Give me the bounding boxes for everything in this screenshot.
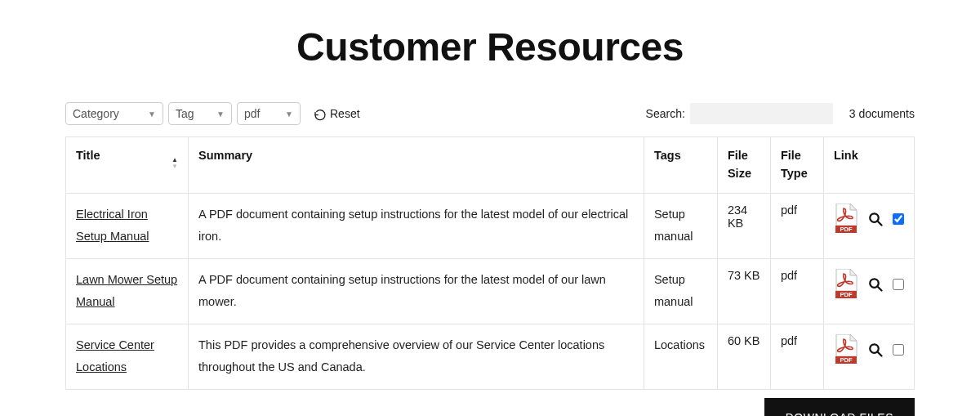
- preview-icon[interactable]: [868, 277, 883, 294]
- tag-select[interactable]: Tag ▼: [168, 102, 232, 125]
- search-label: Search:: [646, 107, 685, 120]
- document-title-link[interactable]: Electrical Iron Setup Manual: [76, 208, 149, 244]
- document-summary: A PDF document containing setup instruct…: [189, 193, 644, 258]
- search-input[interactable]: [690, 103, 833, 124]
- document-title-link[interactable]: Service Center Locations: [76, 338, 154, 374]
- download-files-button[interactable]: DOWNLOAD FILES: [764, 398, 915, 416]
- column-header-tags-label: Tags: [654, 149, 681, 162]
- document-summary: This PDF provides a comprehensive overvi…: [189, 324, 644, 389]
- pdf-file-icon[interactable]: PDF: [834, 204, 858, 235]
- document-tags: Setup manual: [644, 193, 717, 258]
- column-header-title[interactable]: Title ▲▼: [66, 137, 189, 194]
- document-tags: Locations: [644, 324, 717, 389]
- preview-icon[interactable]: [868, 342, 883, 360]
- chevron-down-icon: ▼: [148, 110, 156, 119]
- document-title-link[interactable]: Lawn Mower Setup Manual: [76, 273, 177, 309]
- svg-text:PDF: PDF: [840, 356, 852, 364]
- reset-label: Reset: [330, 107, 360, 120]
- column-header-tags[interactable]: Tags: [644, 137, 717, 194]
- table-row: Lawn Mower Setup Manual A PDF document c…: [66, 258, 915, 324]
- page-title: Customer Resources: [65, 25, 915, 69]
- document-file-size: 60 KB: [717, 324, 770, 389]
- column-header-file-size-label: File Size: [728, 149, 751, 180]
- column-header-link[interactable]: Link: [823, 137, 914, 194]
- column-header-file-size[interactable]: File Size: [717, 137, 770, 194]
- select-row-checkbox[interactable]: [893, 279, 904, 290]
- category-select-label: Category: [73, 107, 119, 120]
- select-row-checkbox[interactable]: [893, 213, 904, 225]
- document-file-type: pdf: [770, 258, 823, 324]
- column-header-file-type[interactable]: File Type: [770, 137, 823, 194]
- pdf-file-icon[interactable]: PDF: [834, 269, 858, 301]
- filter-toolbar: Category ▼ Tag ▼ pdf ▼ Reset Search: 3 d…: [65, 102, 915, 125]
- svg-text:PDF: PDF: [840, 226, 852, 233]
- reset-button[interactable]: Reset: [314, 107, 360, 120]
- category-select[interactable]: Category ▼: [65, 102, 163, 125]
- document-tags: Setup manual: [644, 258, 717, 324]
- document-summary: A PDF document containing setup instruct…: [189, 258, 644, 324]
- svg-point-10: [870, 344, 879, 353]
- column-header-title-label: Title: [76, 147, 100, 165]
- filetype-select[interactable]: pdf ▼: [237, 102, 301, 125]
- svg-line-3: [878, 221, 882, 226]
- chevron-down-icon: ▼: [285, 110, 293, 119]
- column-header-link-label: Link: [834, 149, 858, 162]
- document-file-type: pdf: [770, 193, 823, 258]
- tag-select-label: Tag: [176, 107, 194, 120]
- svg-text:PDF: PDF: [840, 291, 852, 298]
- svg-point-2: [870, 213, 879, 222]
- document-file-size: 234 KB: [717, 193, 770, 258]
- column-header-summary[interactable]: Summary: [189, 137, 644, 194]
- column-header-file-type-label: File Type: [781, 149, 808, 180]
- documents-table: Title ▲▼ Summary Tags File Size File: [65, 136, 915, 390]
- preview-icon[interactable]: [868, 212, 883, 229]
- svg-line-7: [878, 287, 882, 291]
- pdf-file-icon[interactable]: PDF: [834, 334, 858, 366]
- filetype-select-label: pdf: [244, 107, 260, 120]
- svg-line-11: [878, 352, 882, 356]
- document-count: 3 documents: [849, 107, 915, 120]
- table-row: Electrical Iron Setup Manual A PDF docum…: [66, 193, 915, 258]
- column-header-summary-label: Summary: [198, 149, 252, 162]
- sort-icon: ▲▼: [172, 157, 178, 170]
- table-row: Service Center Locations This PDF provid…: [66, 324, 915, 389]
- document-file-type: pdf: [770, 324, 823, 389]
- chevron-down-icon: ▼: [216, 110, 225, 119]
- document-file-size: 73 KB: [717, 258, 770, 324]
- svg-point-6: [870, 279, 879, 288]
- select-row-checkbox[interactable]: [893, 344, 904, 356]
- undo-icon: [314, 108, 327, 121]
